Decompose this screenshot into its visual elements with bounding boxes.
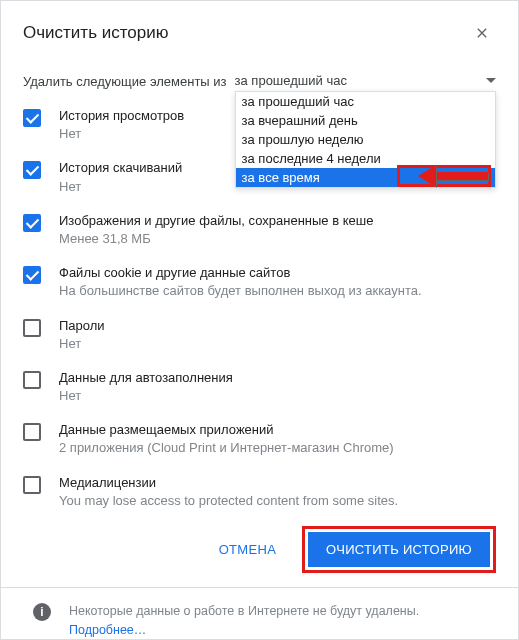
option-title: Файлы cookie и другие данные сайтов bbox=[59, 264, 496, 282]
dropdown-option[interactable]: за прошлую неделю bbox=[236, 130, 495, 149]
footer-text-block: Некоторые данные о работе в Интернете не… bbox=[69, 602, 419, 640]
footer-link[interactable]: Подробнее… bbox=[69, 623, 146, 637]
option-row: Данные для автозаполненияНет bbox=[23, 369, 496, 405]
option-subtitle: Нет bbox=[59, 335, 496, 353]
clear-history-dialog: Очистить историю Удалить следующие элеме… bbox=[0, 0, 519, 640]
cancel-button[interactable]: ОТМЕНА bbox=[205, 532, 290, 567]
dropdown-option[interactable]: за вчерашний день bbox=[236, 111, 495, 130]
option-row: Данные размещаемых приложений2 приложени… bbox=[23, 421, 496, 457]
dropdown-option[interactable]: за все время bbox=[236, 168, 495, 187]
close-button[interactable] bbox=[468, 19, 496, 47]
option-row: ПаролиНет bbox=[23, 317, 496, 353]
dialog-footer: i Некоторые данные о работе в Интернете … bbox=[23, 588, 496, 640]
time-range-row: Удалить следующие элементы из за прошедш… bbox=[23, 69, 496, 93]
option-texts: МедиалицензииYou may lose access to prot… bbox=[59, 474, 496, 510]
time-range-label: Удалить следующие элементы из bbox=[23, 74, 227, 89]
dropdown-selected-text: за прошедший час bbox=[235, 73, 347, 88]
option-texts: ПаролиНет bbox=[59, 317, 496, 353]
dropdown-option[interactable]: за прошедший час bbox=[236, 92, 495, 111]
option-title: Пароли bbox=[59, 317, 496, 335]
checkbox[interactable] bbox=[23, 319, 41, 337]
dialog-title: Очистить историю bbox=[23, 23, 168, 43]
option-texts: Файлы cookie и другие данные сайтовНа бо… bbox=[59, 264, 496, 300]
confirm-highlight-annotation: ОЧИСТИТЬ ИСТОРИЮ bbox=[302, 526, 496, 573]
arrow-annotation bbox=[393, 165, 491, 187]
checkbox[interactable] bbox=[23, 109, 41, 127]
option-subtitle: Менее 31,8 МБ bbox=[59, 230, 496, 248]
option-title: Данные размещаемых приложений bbox=[59, 421, 496, 439]
dropdown-selected[interactable]: за прошедший час bbox=[235, 69, 496, 93]
time-range-dropdown[interactable]: за прошедший час за прошедший часза вчер… bbox=[235, 69, 496, 93]
option-texts: Данные размещаемых приложений2 приложени… bbox=[59, 421, 496, 457]
checkbox[interactable] bbox=[23, 423, 41, 441]
option-subtitle: You may lose access to protected content… bbox=[59, 492, 496, 510]
option-subtitle: Нет bbox=[59, 387, 496, 405]
option-texts: Данные для автозаполненияНет bbox=[59, 369, 496, 405]
option-row: Изображения и другие файлы, сохраненные … bbox=[23, 212, 496, 248]
option-row: МедиалицензииYou may lose access to prot… bbox=[23, 474, 496, 510]
option-subtitle: На большинстве сайтов будет выполнен вых… bbox=[59, 282, 496, 300]
checkbox[interactable] bbox=[23, 476, 41, 494]
dropdown-option[interactable]: за последние 4 недели bbox=[236, 149, 495, 168]
option-subtitle: 2 приложения (Cloud Print и Интернет-маг… bbox=[59, 439, 496, 457]
dialog-buttons: ОТМЕНА ОЧИСТИТЬ ИСТОРИЮ bbox=[23, 526, 496, 573]
info-icon: i bbox=[33, 603, 51, 621]
checkbox[interactable] bbox=[23, 161, 41, 179]
dialog-header: Очистить историю bbox=[23, 19, 496, 47]
dropdown-menu: за прошедший часза вчерашний деньза прош… bbox=[235, 91, 496, 188]
confirm-button[interactable]: ОЧИСТИТЬ ИСТОРИЮ bbox=[308, 532, 490, 567]
option-title: Данные для автозаполнения bbox=[59, 369, 496, 387]
checkbox[interactable] bbox=[23, 371, 41, 389]
option-texts: Изображения и другие файлы, сохраненные … bbox=[59, 212, 496, 248]
option-title: Медиалицензии bbox=[59, 474, 496, 492]
close-icon bbox=[474, 25, 490, 41]
footer-text: Некоторые данные о работе в Интернете не… bbox=[69, 604, 419, 618]
chevron-down-icon bbox=[486, 78, 496, 83]
option-title: Изображения и другие файлы, сохраненные … bbox=[59, 212, 496, 230]
checkbox[interactable] bbox=[23, 266, 41, 284]
checkbox[interactable] bbox=[23, 214, 41, 232]
option-row: Файлы cookie и другие данные сайтовНа бо… bbox=[23, 264, 496, 300]
